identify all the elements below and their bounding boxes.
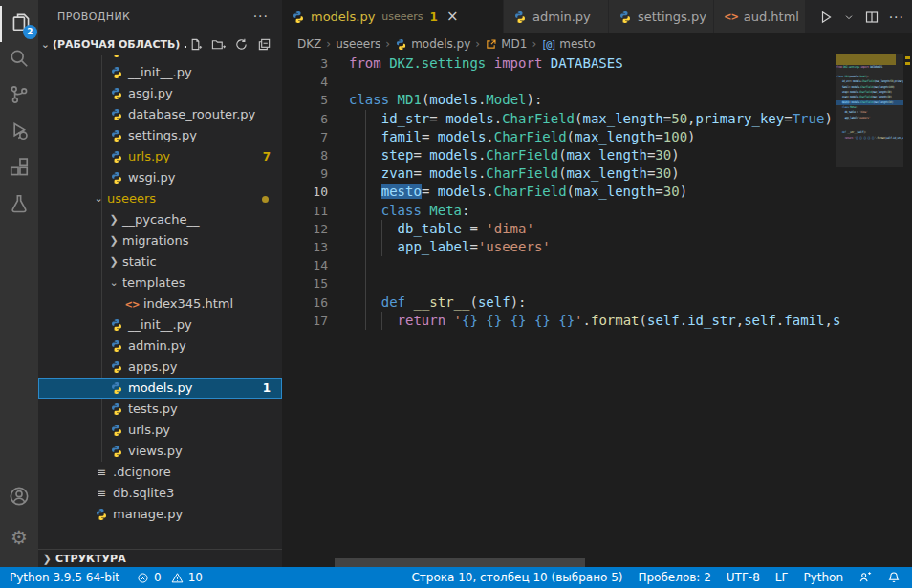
more-actions-button[interactable]: ··· <box>889 10 904 25</box>
tree-item-db.sqlite3[interactable]: ≡db.sqlite3 <box>38 483 282 504</box>
status-encoding[interactable]: UTF-8 <box>727 571 760 584</box>
minimap[interactable]: from DKZ.settings import DATABASESclass … <box>836 54 903 567</box>
status-feedback[interactable] <box>858 571 872 584</box>
breadcrumb-item-mesto[interactable]: [@]mesto <box>541 37 595 51</box>
line-number: 10 <box>282 183 328 201</box>
activity-bar-account[interactable] <box>0 480 38 516</box>
code-line-4[interactable]: 4 <box>282 73 836 91</box>
tab-admin.py[interactable]: admin.py <box>504 0 609 33</box>
tree-item-.dcignore[interactable]: ≡.dcignore <box>38 462 282 483</box>
collapse-all-icon[interactable] <box>255 36 272 54</box>
code-line-3[interactable]: 3from DKZ.settings import DATABASES <box>282 54 836 73</box>
code-line-14[interactable]: 14 <box>282 256 836 274</box>
status-problems[interactable]: 010 <box>137 571 203 584</box>
tree-item-admin.py[interactable]: admin.py <box>38 336 282 357</box>
activity-bar-run-debug[interactable] <box>0 115 38 151</box>
run-button[interactable] <box>818 10 834 25</box>
workspace-section-header[interactable]: ⌄ (РАБОЧАЯ ОБЛАСТЬ) ... <box>38 33 282 55</box>
activity-bar-explorer[interactable]: 2 <box>0 6 40 42</box>
code-line-6[interactable]: 6 id_str= models.CharField(max_length=50… <box>282 110 836 128</box>
code-line-7[interactable]: 7 famil= models.CharField(max_length=100… <box>282 128 836 146</box>
refresh-icon[interactable] <box>232 36 250 54</box>
activity-bar-testing[interactable] <box>0 187 38 224</box>
activity-bar-settings[interactable]: ⚙ <box>0 519 38 555</box>
tab-aud.html[interactable]: <>aud.html <box>714 0 806 33</box>
status-cursor-position[interactable]: Строка 10, столбец 10 (выбрано 5) <box>411 571 622 584</box>
code-token: ( <box>558 165 566 181</box>
outline-section-header[interactable]: ❯ СТРУКТУРА <box>38 549 282 567</box>
tab-description: useeers <box>381 11 423 23</box>
code-token: max_length <box>873 90 886 94</box>
code-line-16[interactable]: 16 def __str__(self): <box>282 294 836 312</box>
code-line-17[interactable]: 17 return '{} {} {} {} {}'.format(self.i… <box>282 312 836 330</box>
tree-folder-useeers[interactable]: ⌄useeers <box>38 188 282 209</box>
new-folder-icon[interactable] <box>209 36 227 54</box>
tree-folder-migrations[interactable]: ❯migrations <box>38 230 282 251</box>
code-line-5[interactable]: 5class MD1(models.Model): <box>282 91 836 109</box>
tree-item-urls.py[interactable]: urls.py <box>38 420 282 441</box>
more-actions-icon[interactable]: ··· <box>253 0 269 33</box>
code-line-13[interactable]: 13 app_label='useeers' <box>282 238 836 256</box>
tab-settings.py[interactable]: settings.py <box>609 0 714 33</box>
vertical-scrollbar[interactable] <box>903 54 912 567</box>
code-editor[interactable]: from DKZ.settings import DATABASESclass … <box>282 54 912 567</box>
activity-bar-source-control[interactable] <box>0 78 38 115</box>
code-token: = <box>422 184 438 199</box>
code-line-11[interactable]: 11 class Meta: <box>282 202 836 220</box>
tree-item-wsgi.py[interactable]: wsgi.py <box>38 167 282 188</box>
status-language[interactable]: Python <box>803 571 843 584</box>
tree-item-asgi.py[interactable]: asgi.py <box>38 83 282 104</box>
code-line-10[interactable]: 10 mesto= models.CharField(max_length=30… <box>282 183 836 201</box>
code-line-15[interactable]: 15 <box>282 274 836 293</box>
tree-item-apps.py[interactable]: apps.py <box>38 357 282 378</box>
split-editor-button[interactable] <box>864 10 879 25</box>
code-token: {} <box>510 313 527 328</box>
status-bar: Python 3.9.5 64-bit010 Строка 10, столбе… <box>0 567 912 588</box>
tree-folder-__pycache__[interactable]: ❯__pycache__ <box>38 209 282 230</box>
status-eol[interactable]: LF <box>775 571 789 584</box>
tree-item-tests.py[interactable]: tests.py <box>38 399 282 420</box>
code-token: models <box>438 184 487 199</box>
code-line-12[interactable]: 12 db_table = 'dima' <box>282 220 836 238</box>
run-dropdown[interactable] <box>843 11 855 23</box>
tree-folder-static[interactable]: ❯static <box>38 251 282 272</box>
activity-bar-search[interactable] <box>0 42 38 78</box>
breadcrumb-item-MD1[interactable]: MD1 <box>485 37 527 51</box>
tree-item-models.py[interactable]: models.py1 <box>38 378 282 399</box>
code-token: __str__ <box>847 130 857 134</box>
line-number: 5 <box>282 91 328 109</box>
code-token: : <box>462 203 469 218</box>
new-file-icon[interactable] <box>186 36 204 54</box>
tab-models.py[interactable]: models.pyuseeers1× <box>282 0 504 33</box>
code-token: ( <box>567 129 575 144</box>
code-token: max_length <box>873 95 886 98</box>
tree-item-__init__.py[interactable]: __init__.py <box>38 315 282 336</box>
tree-item-__init__.py[interactable]: __init__.py <box>38 62 282 83</box>
field-icon: [@] <box>541 39 555 50</box>
code-token: max_length <box>876 79 889 83</box>
breadcrumb-item-useeers[interactable]: useeers <box>336 37 380 51</box>
code-line-8[interactable]: 8 step= models.CharField(max_length=30) <box>282 146 836 164</box>
horizontal-scrollbar[interactable] <box>335 558 585 567</box>
breadcrumb-label: mesto <box>559 37 595 51</box>
chevron-down-icon: ⌄ <box>92 188 105 209</box>
tree-item-views.py[interactable]: views.py <box>38 441 282 462</box>
breadcrumb-item-DKZ[interactable]: DKZ <box>297 37 321 51</box>
tree-item-manage.py[interactable]: manage.py <box>38 504 282 525</box>
status-indentation[interactable]: Пробелов: 2 <box>638 571 710 584</box>
tree-item-database_roouter.py[interactable]: database_roouter.py <box>38 104 282 125</box>
tree-folder-templates[interactable]: ⌄templates <box>38 272 282 294</box>
code-line-9[interactable]: 9 zvan= models.CharField(max_length=30) <box>282 164 836 183</box>
status-notifications[interactable] <box>887 571 901 584</box>
status-python-version[interactable]: Python 3.9.5 64-bit <box>10 571 119 584</box>
activity-bar-extensions[interactable] <box>0 151 38 187</box>
code-token: {} <box>486 313 502 328</box>
breadcrumb-item-models.py[interactable]: models.py <box>395 37 470 51</box>
code-token: DATABASES <box>551 55 623 71</box>
tree-item-urls.py[interactable]: urls.py7 <box>38 146 282 167</box>
line-number: 8 <box>282 146 328 164</box>
close-icon[interactable]: × <box>446 10 459 24</box>
tree-item-settings.py[interactable]: settings.py <box>38 125 282 146</box>
tree-item-index345.html[interactable]: <>index345.html <box>38 294 282 315</box>
code-token: max_length <box>874 85 887 89</box>
